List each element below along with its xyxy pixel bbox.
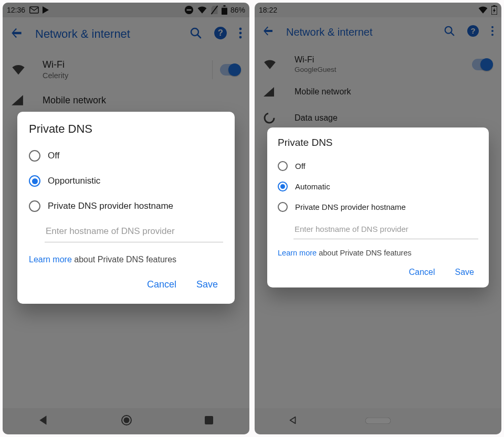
private-dns-dialog: Private DNS Off Automatic Private DNS pr… bbox=[267, 127, 489, 287]
phone-right: 18:22 Network & internet bbox=[255, 3, 501, 434]
save-button[interactable]: Save bbox=[194, 276, 220, 293]
radio-hostname[interactable]: Private DNS provider hostname bbox=[278, 197, 478, 217]
radio-label: Private DNS provider hostname bbox=[295, 202, 406, 211]
dialog-title: Private DNS bbox=[29, 122, 223, 136]
radio-opportunistic[interactable]: Opportunistic bbox=[29, 168, 223, 194]
radio-icon bbox=[278, 202, 288, 212]
radio-automatic[interactable]: Automatic bbox=[278, 176, 478, 197]
radio-label: Off bbox=[48, 151, 59, 161]
dns-hostname-input[interactable] bbox=[293, 219, 478, 239]
cancel-button[interactable]: Cancel bbox=[407, 264, 437, 280]
learn-more-text: Learn more about Private DNS features bbox=[29, 249, 223, 269]
radio-icon bbox=[29, 175, 40, 187]
radio-label: Opportunistic bbox=[48, 176, 100, 186]
radio-icon bbox=[29, 150, 40, 162]
private-dns-dialog: Private DNS Off Opportunistic Private DN… bbox=[17, 112, 235, 304]
dialog-title: Private DNS bbox=[278, 137, 478, 148]
radio-icon bbox=[29, 200, 40, 212]
radio-icon bbox=[278, 182, 288, 191]
learn-more-text: Learn more about Private DNS features bbox=[278, 246, 478, 259]
radio-off[interactable]: Off bbox=[278, 156, 478, 176]
phone-left: 12:36 bbox=[3, 3, 249, 434]
dns-hostname-input[interactable] bbox=[45, 221, 223, 242]
radio-icon bbox=[278, 161, 288, 171]
save-button[interactable]: Save bbox=[453, 264, 476, 280]
cancel-button[interactable]: Cancel bbox=[145, 276, 178, 293]
radio-label: Off bbox=[295, 162, 306, 170]
radio-label: Automatic bbox=[295, 182, 330, 191]
learn-more-link[interactable]: Learn more bbox=[29, 255, 72, 264]
radio-off[interactable]: Off bbox=[29, 143, 223, 168]
learn-more-link[interactable]: Learn more bbox=[278, 249, 317, 257]
radio-hostname[interactable]: Private DNS provider hostname bbox=[29, 194, 223, 219]
radio-label: Private DNS provider hostname bbox=[48, 201, 173, 211]
